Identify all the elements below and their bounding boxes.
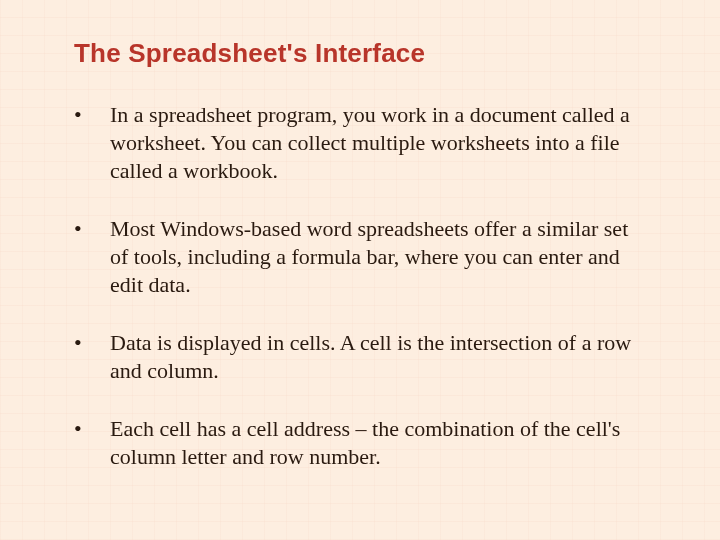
bullet-icon: •: [72, 101, 110, 129]
list-item: • Most Windows-based word spreadsheets o…: [72, 215, 648, 299]
bullet-icon: •: [72, 329, 110, 357]
slide: The Spreadsheet's Interface • In a sprea…: [0, 0, 720, 540]
list-item: • Each cell has a cell address – the com…: [72, 415, 648, 471]
page-title: The Spreadsheet's Interface: [74, 38, 648, 69]
bullet-icon: •: [72, 415, 110, 443]
list-item: • Data is displayed in cells. A cell is …: [72, 329, 648, 385]
bullet-list: • In a spreadsheet program, you work in …: [72, 101, 648, 471]
bullet-text: In a spreadsheet program, you work in a …: [110, 101, 648, 185]
bullet-text: Each cell has a cell address – the combi…: [110, 415, 648, 471]
list-item: • In a spreadsheet program, you work in …: [72, 101, 648, 185]
bullet-text: Most Windows-based word spreadsheets off…: [110, 215, 648, 299]
bullet-icon: •: [72, 215, 110, 243]
bullet-text: Data is displayed in cells. A cell is th…: [110, 329, 648, 385]
